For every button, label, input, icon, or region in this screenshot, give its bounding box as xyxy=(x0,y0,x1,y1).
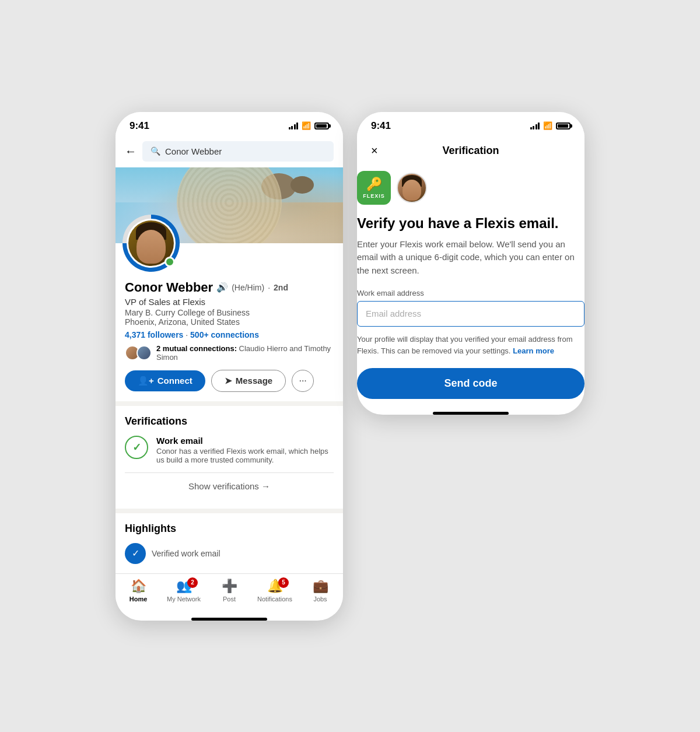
flexis-brand-text: FLEXIS xyxy=(363,193,385,199)
connect-label: Connect xyxy=(158,376,192,386)
signal-bar-r3 xyxy=(536,124,537,129)
notifications-badge: 5 xyxy=(278,577,289,588)
message-label: Message xyxy=(236,376,272,386)
status-icons-right: 📶 xyxy=(530,121,571,130)
email-label: Work email address xyxy=(357,289,584,297)
search-query-text: Conor Webber xyxy=(165,146,222,156)
network-badge: 2 xyxy=(187,577,198,588)
rock-2 xyxy=(290,176,314,194)
profile-title: VP of Sales at Flexis xyxy=(125,297,334,307)
more-icon: ··· xyxy=(299,376,306,386)
message-button[interactable]: ➤ Message xyxy=(211,370,286,392)
signal-bar-r4 xyxy=(538,122,540,129)
more-button[interactable]: ··· xyxy=(292,370,314,392)
status-time-left: 9:41 xyxy=(130,120,149,132)
status-bar-right: 9:41 📶 xyxy=(357,112,584,136)
profile-stats: 4,371 followers · 500+ connections xyxy=(125,330,334,339)
tab-notifications[interactable]: 🔔 5 Notifications xyxy=(257,579,292,603)
wifi-icon-left: 📶 xyxy=(302,121,311,130)
tab-my-network[interactable]: 👥 2 My Network xyxy=(166,579,201,603)
tab-home[interactable]: 🏠 Home xyxy=(121,579,156,603)
online-status-dot xyxy=(164,257,175,267)
highlights-section: Highlights ✓ Verified work email xyxy=(116,509,343,573)
signal-bar-r2 xyxy=(533,126,534,129)
search-row: ← 🔍 Conor Webber xyxy=(116,136,343,167)
email-placeholder: Email address xyxy=(366,309,421,318)
degree-badge: 2nd xyxy=(274,283,288,292)
mutual-avatar-2 xyxy=(136,345,152,360)
signal-bars-right xyxy=(530,122,540,129)
mutual-text: 2 mutual connections: Claudio Hierro and… xyxy=(156,344,334,362)
pronouns: (He/Him) xyxy=(232,283,264,292)
search-icon: 🔍 xyxy=(150,146,160,156)
right-phone: 9:41 📶 × Verification xyxy=(357,112,584,415)
jobs-icon: 💼 xyxy=(313,579,328,594)
battery-icon-right xyxy=(556,122,570,129)
email-disclaimer: Your profile will display that you verif… xyxy=(357,334,584,356)
tab-post[interactable]: ➕ Post xyxy=(212,579,247,603)
highlight-preview: ✓ Verified work email xyxy=(125,543,334,564)
status-icons-left: 📶 xyxy=(289,121,330,130)
tab-jobs[interactable]: 💼 Jobs xyxy=(303,579,338,603)
status-time-right: 9:41 xyxy=(371,120,391,132)
user-avatar-face xyxy=(402,180,421,201)
signal-bar-3 xyxy=(294,124,296,129)
profile-school: Mary B. Curry College of Business xyxy=(125,308,334,317)
message-icon: ➤ xyxy=(225,376,232,386)
signal-bar-r1 xyxy=(530,127,532,129)
signal-bars-left xyxy=(289,122,299,129)
send-code-button[interactable]: Send code xyxy=(357,368,584,399)
profile-section: Conor Webber 🔊 (He/Him) · 2nd VP of Sale… xyxy=(116,269,343,401)
flexis-key-icon: 🔑 xyxy=(366,177,382,192)
profile-name: Conor Webber xyxy=(125,280,213,295)
connect-button[interactable]: 👤+ Connect xyxy=(125,370,205,391)
verifications-section: Verifications ✓ Work email Conor has a v… xyxy=(116,401,343,509)
avatar-container xyxy=(125,217,177,269)
verification-item-title: Work email xyxy=(156,436,334,446)
speaker-icon: 🔊 xyxy=(216,282,228,293)
back-button[interactable]: ← xyxy=(125,145,136,158)
search-bar[interactable]: 🔍 Conor Webber xyxy=(142,141,334,162)
verification-item-desc: Conor has a verified Flexis work email, … xyxy=(156,447,334,464)
battery-fill-right xyxy=(558,124,568,128)
verifications-title: Verifications xyxy=(125,415,334,428)
brand-logos: 🔑 FLEXIS xyxy=(357,171,584,205)
signal-bar-2 xyxy=(291,126,293,129)
learn-more-link[interactable]: Learn more xyxy=(513,346,554,355)
signal-bar-1 xyxy=(289,127,290,129)
battery-fill-left xyxy=(316,124,327,128)
mutual-avatars xyxy=(125,345,152,360)
email-input[interactable]: Email address xyxy=(357,301,584,327)
tab-jobs-label: Jobs xyxy=(313,596,327,603)
action-buttons: 👤+ Connect ➤ Message ··· xyxy=(125,370,334,392)
flexis-logo: 🔑 FLEXIS xyxy=(357,171,391,205)
highlights-title: Highlights xyxy=(125,523,334,535)
user-avatar-verification xyxy=(397,173,427,203)
highlight-icon: ✓ xyxy=(125,543,146,564)
profile-name-row: Conor Webber 🔊 (He/Him) · 2nd xyxy=(125,280,334,295)
left-phone: 9:41 📶 ← 🔍 Conor Webber xyxy=(116,112,343,621)
show-verifications-link[interactable]: Show verifications → xyxy=(125,472,334,499)
avatar-face xyxy=(136,230,166,264)
verification-content: 🔑 FLEXIS Verify you have a Flexis email.… xyxy=(357,171,584,409)
verification-header: × Verification xyxy=(357,136,584,165)
tab-home-label: Home xyxy=(130,596,148,603)
connections-count: 500+ connections xyxy=(190,330,259,339)
verification-item: ✓ Work email Conor has a verified Flexis… xyxy=(125,436,334,464)
verification-screen-title: Verification xyxy=(442,145,499,157)
post-icon: ➕ xyxy=(222,579,237,594)
home-icon: 🏠 xyxy=(131,579,146,594)
highlight-label: Verified work email xyxy=(152,549,220,558)
profile-location: Phoenix, Arizona, United States xyxy=(125,317,334,327)
dot-separator-1: · xyxy=(268,283,270,292)
stats-separator: · xyxy=(186,330,190,339)
tab-network-label: My Network xyxy=(167,596,201,603)
verify-heading: Verify you have a Flexis email. xyxy=(357,214,584,232)
mutual-count-label: 2 mutual connections: xyxy=(156,344,237,353)
home-bar-left xyxy=(191,618,267,621)
signal-bar-4 xyxy=(296,122,298,129)
sand-circle xyxy=(177,167,282,243)
verification-text: Work email Conor has a verified Flexis w… xyxy=(156,436,334,464)
followers-count: 4,371 followers xyxy=(125,330,183,339)
close-button[interactable]: × xyxy=(371,144,378,157)
